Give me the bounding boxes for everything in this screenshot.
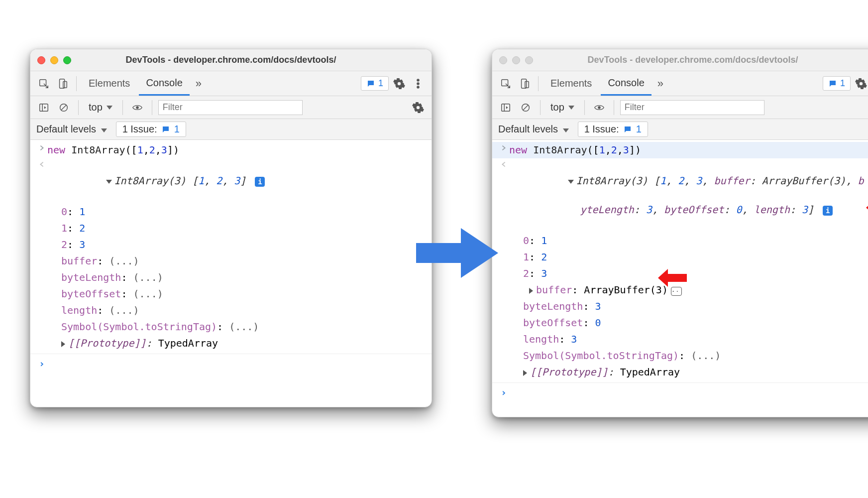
device-toolbar-icon[interactable] <box>516 75 533 92</box>
disclosure-triangle-icon[interactable] <box>529 288 533 294</box>
device-toolbar-icon[interactable] <box>54 75 71 92</box>
tabs-overflow-icon[interactable]: » <box>192 77 206 90</box>
minimize-window-icon[interactable] <box>50 56 58 64</box>
titlebar[interactable]: DevTools - developer.chrome.com/docs/dev… <box>492 49 868 71</box>
issues-counter[interactable]: 1 <box>361 76 389 91</box>
disclosure-triangle-icon[interactable] <box>568 180 574 184</box>
property-row[interactable]: 0: 1 <box>492 233 868 249</box>
traffic-lights[interactable] <box>37 56 71 64</box>
chevron-down-icon <box>107 106 112 110</box>
window-title: DevTools - developer.chrome.com/docs/dev… <box>30 55 432 65</box>
disclosure-triangle-icon[interactable] <box>106 180 112 184</box>
console-prompt-row[interactable]: › <box>30 354 432 372</box>
tab-bar: Elements Console » 1 <box>30 71 432 96</box>
console-output-row[interactable]: Int8Array(3) [1, 2, 3] i <box>30 158 432 204</box>
tab-console[interactable]: Console <box>601 71 651 96</box>
prompt-chevron-icon: › <box>501 385 507 400</box>
settings-icon[interactable] <box>391 75 408 92</box>
property-row[interactable]: byteLength: 3 <box>492 298 868 315</box>
close-window-icon[interactable] <box>499 56 507 64</box>
levels-label: Default levels <box>36 124 96 134</box>
info-badge-icon[interactable]: i <box>255 177 265 187</box>
prototype-label: [[Prototype]] <box>530 366 608 378</box>
devtools-window-left: DevTools - developer.chrome.com/docs/dev… <box>30 49 432 407</box>
prototype-row[interactable]: [[Prototype]]: TypedArray <box>492 364 868 380</box>
toggle-sidebar-icon[interactable] <box>35 99 52 116</box>
prototype-label: [[Prototype]] <box>68 337 146 349</box>
levels-selector[interactable]: Default levels <box>36 124 107 135</box>
issues-pill[interactable]: 1 Issue: 1 <box>578 122 648 137</box>
memory-inspector-icon[interactable] <box>671 287 682 296</box>
output-chevron-icon <box>498 159 509 168</box>
console-output-row[interactable]: Int8Array(3) [1, 2, 3, buffer: ArrayBuff… <box>492 158 868 233</box>
minimize-window-icon[interactable] <box>512 56 520 64</box>
property-row[interactable]: byteOffset: 0 <box>492 315 868 331</box>
traffic-lights[interactable] <box>499 56 533 64</box>
svg-rect-15 <box>502 104 510 111</box>
console-output: new Int8Array([1,2,3]) Int8Array(3) [1, … <box>30 140 432 377</box>
info-badge-icon[interactable]: i <box>823 206 833 216</box>
svg-point-8 <box>136 106 139 109</box>
property-row[interactable]: 2: 3 <box>30 237 432 253</box>
chevron-down-icon <box>568 106 574 110</box>
context-selector[interactable]: top <box>85 102 116 113</box>
live-expression-icon[interactable] <box>591 99 608 116</box>
preview-type: Int8Array(3) <box>114 175 192 187</box>
svg-rect-11 <box>525 81 529 88</box>
console-filter-bar: Default levels 1 Issue: 1 <box>30 119 432 140</box>
zoom-window-icon[interactable] <box>63 56 71 64</box>
prototype-row[interactable]: [[Prototype]]: TypedArray <box>30 335 432 352</box>
tabs-overflow-icon[interactable]: » <box>653 77 667 90</box>
prototype-value: TypedArray <box>620 366 680 378</box>
tab-console[interactable]: Console <box>139 71 189 96</box>
issues-counter[interactable]: 1 <box>823 76 851 91</box>
property-row[interactable]: Symbol(Symbol.toStringTag): (...) <box>30 319 432 335</box>
disclosure-triangle-icon[interactable] <box>61 341 65 347</box>
property-row[interactable]: length: 3 <box>492 331 868 348</box>
console-toolbar: top <box>30 96 432 119</box>
property-row[interactable]: 0: 1 <box>30 204 432 220</box>
inspect-element-icon[interactable] <box>497 75 514 92</box>
property-row[interactable]: length: (...) <box>30 302 432 319</box>
property-row[interactable]: byteOffset: (...) <box>30 286 432 302</box>
svg-point-4 <box>417 83 419 85</box>
titlebar[interactable]: DevTools - developer.chrome.com/docs/dev… <box>30 49 432 71</box>
property-row[interactable]: 1: 2 <box>492 249 868 265</box>
property-row[interactable]: Symbol(Symbol.toStringTag): (...) <box>492 348 868 364</box>
clear-console-icon[interactable] <box>55 99 72 116</box>
tab-elements[interactable]: Elements <box>82 71 137 96</box>
close-window-icon[interactable] <box>37 56 45 64</box>
prototype-value: TypedArray <box>158 337 218 349</box>
toggle-sidebar-icon[interactable] <box>497 99 514 116</box>
filter-input[interactable] <box>158 100 303 115</box>
context-selector[interactable]: top <box>546 102 578 113</box>
more-menu-icon[interactable] <box>410 75 427 92</box>
tab-elements[interactable]: Elements <box>543 71 599 96</box>
tab-console-label: Console <box>146 77 182 89</box>
levels-selector[interactable]: Default levels <box>498 124 569 135</box>
inspect-element-icon[interactable] <box>35 75 52 92</box>
levels-label: Default levels <box>498 124 558 134</box>
callout-arrow-icon <box>657 268 687 288</box>
issues-pill-num: 1 <box>636 124 642 135</box>
live-expression-icon[interactable] <box>129 99 146 116</box>
property-row[interactable]: byteLength: (...) <box>30 269 432 286</box>
issues-pill-label: 1 Issue: <box>122 124 157 135</box>
chevron-down-icon <box>563 128 569 132</box>
settings-icon[interactable] <box>853 75 868 92</box>
disclosure-triangle-icon[interactable] <box>523 370 527 376</box>
svg-rect-1 <box>60 79 65 88</box>
issues-pill[interactable]: 1 Issue: 1 <box>116 122 186 137</box>
console-prompt-row[interactable]: › <box>492 382 868 401</box>
zoom-window-icon[interactable] <box>525 56 533 64</box>
svg-rect-2 <box>63 81 67 88</box>
console-input-row: new Int8Array([1,2,3]) <box>30 142 432 158</box>
tab-elements-label: Elements <box>89 78 130 89</box>
property-row[interactable]: buffer: (...) <box>30 253 432 269</box>
clear-console-icon[interactable] <box>517 99 534 116</box>
prompt-chevron-icon: › <box>39 357 45 371</box>
input-chevron-icon <box>498 143 509 151</box>
property-row[interactable]: 1: 2 <box>30 220 432 237</box>
console-settings-icon[interactable] <box>410 99 427 116</box>
filter-input[interactable] <box>620 100 764 115</box>
